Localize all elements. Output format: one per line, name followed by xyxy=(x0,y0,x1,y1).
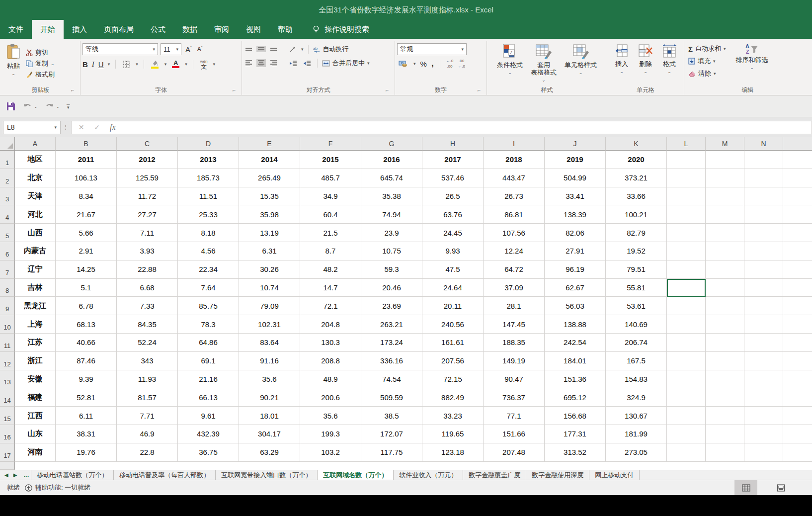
cell-E1[interactable]: 2014 xyxy=(239,151,300,169)
cell-D1[interactable]: 2013 xyxy=(178,151,239,169)
cell-F1[interactable]: 2015 xyxy=(300,151,361,169)
cell-I1[interactable]: 2018 xyxy=(484,151,545,169)
cell-M6[interactable] xyxy=(706,242,744,260)
cell-H12[interactable]: 207.56 xyxy=(422,352,484,370)
cell-F7[interactable]: 48.2 xyxy=(300,260,361,279)
cell-K10[interactable]: 140.69 xyxy=(606,315,667,334)
cell-H9[interactable]: 20.11 xyxy=(422,297,484,315)
cell-stub-16[interactable] xyxy=(783,425,812,443)
cell-A2[interactable]: 北京 xyxy=(15,169,56,187)
cell-A7[interactable]: 辽宁 xyxy=(15,260,56,279)
cell-G14[interactable]: 509.59 xyxy=(361,388,422,407)
tell-me-search[interactable]: 操作说明搜索 xyxy=(312,20,369,39)
cell-G12[interactable]: 336.16 xyxy=(361,352,422,370)
cell-L17[interactable] xyxy=(667,443,706,462)
cell-stub-4[interactable] xyxy=(783,205,812,224)
cell-stub-15[interactable] xyxy=(783,407,812,425)
format-as-table-button[interactable]: 套用 表格格式 ⌄ xyxy=(528,42,560,85)
cell-M17[interactable] xyxy=(706,443,744,462)
cell-G9[interactable]: 23.69 xyxy=(361,297,422,315)
column-header-C[interactable]: C xyxy=(117,137,178,151)
cell-A1[interactable]: 地区 xyxy=(15,151,56,169)
cell-E5[interactable]: 13.19 xyxy=(239,224,300,242)
cell-J1[interactable]: 2019 xyxy=(545,151,606,169)
format-cells-button[interactable]: 格式 ⌄ xyxy=(659,42,680,85)
cell-J13[interactable]: 151.36 xyxy=(545,370,606,389)
cell-E10[interactable]: 102.31 xyxy=(239,315,300,334)
cell-E17[interactable]: 63.29 xyxy=(239,443,300,462)
cell-E12[interactable]: 91.16 xyxy=(239,352,300,370)
cell-N4[interactable] xyxy=(744,205,783,224)
sheet-tab-移动电话普及率（每百人部数）[interactable]: 移动电话普及率（每百人部数） xyxy=(113,470,215,480)
cell-M13[interactable] xyxy=(706,370,744,389)
cell-H2[interactable]: 537.46 xyxy=(422,169,484,187)
cell-C8[interactable]: 6.68 xyxy=(117,279,178,297)
row-header-3[interactable]: 3 xyxy=(0,187,15,206)
row-header-2[interactable]: 2 xyxy=(0,169,15,187)
cell-E15[interactable]: 18.01 xyxy=(239,407,300,425)
cell-F5[interactable]: 21.5 xyxy=(300,224,361,242)
row-header-15[interactable]: 15 xyxy=(0,407,15,425)
cell-D12[interactable]: 69.1 xyxy=(178,352,239,370)
cell-K6[interactable]: 19.52 xyxy=(606,242,667,260)
cell-J16[interactable]: 177.31 xyxy=(545,425,606,443)
cell-M4[interactable] xyxy=(706,205,744,224)
cell-F3[interactable]: 34.9 xyxy=(300,187,361,206)
column-header-N[interactable]: N xyxy=(744,137,783,151)
cell-I8[interactable]: 37.09 xyxy=(484,279,545,297)
cell-C15[interactable]: 7.71 xyxy=(117,407,178,425)
cell-B6[interactable]: 2.91 xyxy=(56,242,117,260)
cell-J12[interactable]: 184.01 xyxy=(545,352,606,370)
cell-J11[interactable]: 242.54 xyxy=(545,334,606,352)
cell-C7[interactable]: 22.88 xyxy=(117,260,178,279)
cell-A16[interactable]: 山东 xyxy=(15,425,56,443)
cell-K13[interactable]: 154.83 xyxy=(606,370,667,389)
ribbon-tab-开始[interactable]: 开始 xyxy=(32,20,64,39)
cell-H17[interactable]: 123.18 xyxy=(422,443,484,462)
accounting-format-button[interactable] xyxy=(397,59,409,68)
cell-C5[interactable]: 7.11 xyxy=(117,224,178,242)
cell-G1[interactable]: 2016 xyxy=(361,151,422,169)
cell-A11[interactable]: 江苏 xyxy=(15,334,56,352)
ribbon-tab-审阅[interactable]: 审阅 xyxy=(206,20,238,39)
alignment-dialog-launcher[interactable]: ⌐ xyxy=(386,87,392,93)
percent-style-button[interactable]: % xyxy=(420,60,427,68)
cell-stub-17[interactable] xyxy=(783,443,812,462)
cell-C13[interactable]: 11.93 xyxy=(117,370,178,389)
align-right-button[interactable] xyxy=(269,59,278,67)
cell-D9[interactable]: 85.75 xyxy=(178,297,239,315)
row-header-11[interactable]: 11 xyxy=(0,334,15,352)
cell-E7[interactable]: 30.26 xyxy=(239,260,300,279)
cell-K2[interactable]: 373.21 xyxy=(606,169,667,187)
cell-stub-2[interactable] xyxy=(783,169,812,187)
cell-F13[interactable]: 48.9 xyxy=(300,370,361,389)
cell-M7[interactable] xyxy=(706,260,744,279)
cell-B12[interactable]: 87.46 xyxy=(56,352,117,370)
align-top-button[interactable] xyxy=(244,47,253,51)
cell-I17[interactable]: 207.48 xyxy=(484,443,545,462)
cancel-entry-icon[interactable]: ✕ xyxy=(79,123,84,131)
autosum-button[interactable]: Σ 自动求和 ▾ xyxy=(686,43,728,54)
ribbon-tab-公式[interactable]: 公式 xyxy=(142,20,174,39)
cell-K17[interactable]: 273.05 xyxy=(606,443,667,462)
increase-font-button[interactable]: Aˆ xyxy=(184,44,193,55)
cell-H13[interactable]: 72.15 xyxy=(422,370,484,389)
italic-button[interactable]: I xyxy=(92,60,94,69)
cell-I3[interactable]: 26.73 xyxy=(484,187,545,206)
conditional-formatting-button[interactable]: ≠ 条件格式 ⌄ xyxy=(494,42,526,85)
decrease-font-button[interactable]: Aˇ xyxy=(196,45,204,54)
cell-I11[interactable]: 188.35 xyxy=(484,334,545,352)
cell-H15[interactable]: 33.23 xyxy=(422,407,484,425)
cell-N7[interactable] xyxy=(744,260,783,279)
cell-F9[interactable]: 72.1 xyxy=(300,297,361,315)
bold-button[interactable]: B xyxy=(82,60,88,69)
cell-K15[interactable]: 130.67 xyxy=(606,407,667,425)
cell-D2[interactable]: 185.73 xyxy=(178,169,239,187)
cell-E4[interactable]: 35.98 xyxy=(239,205,300,224)
cell-J5[interactable]: 82.06 xyxy=(545,224,606,242)
cell-E2[interactable]: 265.49 xyxy=(239,169,300,187)
ribbon-tab-页面布局[interactable]: 页面布局 xyxy=(95,20,142,39)
cell-B14[interactable]: 52.81 xyxy=(56,388,117,407)
cell-I9[interactable]: 28.1 xyxy=(484,297,545,315)
cell-N12[interactable] xyxy=(744,352,783,370)
